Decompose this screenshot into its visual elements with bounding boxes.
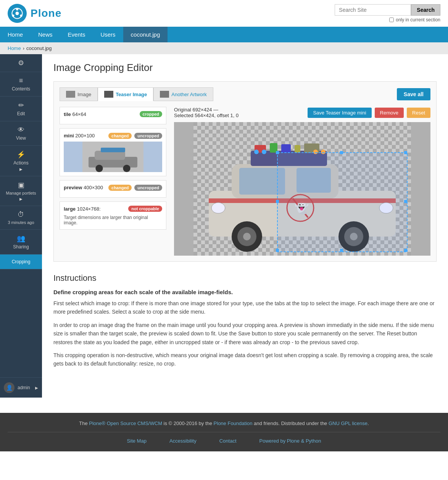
save-teaser-button[interactable]: Save Teaser Image mini	[308, 108, 371, 118]
svg-rect-10	[101, 148, 125, 152]
logo-text: Plone	[31, 7, 61, 19]
crop-selected-info: Selected 564×424, offset 1, 0	[174, 113, 239, 118]
crop-body: tile 64×64 cropped mini 200×100 changed …	[60, 107, 430, 256]
scale-large: large 1024×768: not croppable Target dim…	[60, 201, 166, 230]
scale-mini-preview	[64, 142, 162, 172]
tab-teaser-label: Teaser Image	[116, 92, 147, 97]
search-button[interactable]: Search	[411, 4, 440, 16]
search-section-checkbox[interactable]	[389, 18, 394, 22]
crop-info: Original 692×424 — Selected 564×424, off…	[174, 107, 239, 118]
scale-large-header: large 1024×768: not croppable	[64, 206, 162, 212]
sidebar-item-time[interactable]: ⏱ 3 minutes ago	[0, 206, 42, 230]
search-input[interactable]	[335, 4, 411, 16]
header: Plone Search only in current section	[0, 0, 448, 27]
scale-tile: tile 64×64 cropped	[60, 107, 166, 124]
scale-preview-uncropped-badge: uncropped	[134, 185, 162, 191]
svg-rect-46	[404, 249, 407, 252]
main-content: Image Cropping Editor Image Teaser Image…	[42, 54, 448, 398]
sidebar-item-contents[interactable]: ≡ Contents	[0, 72, 42, 97]
crop-original-info: Original 692×424 —	[174, 107, 239, 113]
sidebar-actions-label: Actions	[13, 160, 28, 166]
crop-actions-row: Original 692×424 — Selected 564×424, off…	[174, 107, 430, 118]
nav-news[interactable]: News	[31, 27, 60, 42]
sidebar-sharing-label: Sharing	[13, 244, 29, 250]
scale-preview-title: preview 400×300	[64, 185, 103, 190]
scale-tile-title: tile 64×64	[64, 111, 86, 117]
footer-sitemap-link[interactable]: Site Map	[127, 438, 147, 444]
search-section-row: only in current section	[389, 17, 440, 23]
footer: The Plone® Open Source CMS/WCM is © 2000…	[0, 413, 448, 451]
nav-users[interactable]: Users	[93, 27, 123, 42]
breadcrumb-home[interactable]: Home	[8, 45, 21, 51]
crop-editor: Image Teaser Image Another Artwork Save …	[53, 81, 437, 262]
scale-mini-changed-badge: changed	[108, 133, 132, 139]
remove-button[interactable]: Remove	[375, 108, 404, 118]
user-icon: 👤	[6, 385, 13, 391]
tab-image[interactable]: Image	[60, 87, 98, 101]
sidebar-item-cropping[interactable]: Cropping	[0, 254, 42, 269]
footer-text-end: and friends. Distributed under the	[253, 420, 329, 426]
footer-accessibility-link[interactable]: Accessibility	[169, 438, 197, 444]
sidebar-contents-label: Contents	[12, 86, 30, 92]
scale-tile-badge: cropped	[140, 111, 162, 117]
user-expand-icon: ▶	[35, 386, 38, 390]
save-all-button[interactable]: Save all	[397, 88, 430, 100]
svg-point-33	[262, 150, 266, 154]
footer-text-prefix: The	[79, 420, 89, 426]
footer-links: Site Map Accessibility Contact Powered b…	[8, 432, 440, 444]
footer-contact-link[interactable]: Contact	[219, 438, 237, 444]
sidebar-item-view[interactable]: 👁 View	[0, 121, 42, 146]
plone-logo-icon	[8, 4, 27, 23]
breadcrumb-current: coconut.jpg	[26, 45, 52, 51]
instructions-para-2: In order to crop an image drag the frame…	[53, 321, 437, 346]
manage-expand-icon: ▶	[19, 197, 23, 201]
footer-license-link[interactable]: GNU GPL license	[329, 420, 367, 426]
scale-mini: mini 200×100 changed uncropped	[60, 128, 166, 176]
sidebar-item-gear[interactable]: ⚙	[0, 54, 42, 72]
svg-rect-48	[340, 249, 343, 252]
svg-point-9	[123, 165, 130, 172]
tab-image-thumb	[66, 91, 75, 98]
sidebar-item-sharing[interactable]: 👥 Sharing	[0, 230, 42, 254]
user-name: admin	[18, 385, 30, 390]
crop-image: 👻	[174, 122, 430, 256]
sidebar-item-manage-portlets[interactable]: ▣ Manage portlets ▶	[0, 176, 42, 206]
svg-rect-49	[276, 200, 279, 203]
nav-coconut[interactable]: coconut.jpg	[123, 27, 168, 42]
page-title: Image Cropping Editor	[53, 62, 437, 74]
crop-canvas[interactable]: 👻	[174, 122, 430, 256]
main-nav: Home News Events Users coconut.jpg	[0, 27, 448, 42]
svg-rect-42	[277, 153, 407, 252]
tab-teaser-thumb	[104, 91, 113, 98]
svg-rect-47	[340, 151, 343, 154]
footer-powered-link[interactable]: Powered by Plone & Python	[259, 438, 321, 444]
tab-another-artwork[interactable]: Another Artwork	[153, 87, 213, 101]
sidebar-edit-label: Edit	[17, 111, 25, 116]
svg-point-4	[12, 14, 15, 17]
crop-left: tile 64×64 cropped mini 200×100 changed …	[60, 107, 166, 256]
sidebar-manage-label: Manage portlets	[6, 191, 36, 195]
sidebar-user[interactable]: 👤 admin ▶	[0, 377, 42, 398]
actions-expand-icon: ▶	[19, 167, 23, 171]
footer-period: .	[367, 420, 369, 426]
scale-large-info-text: Target dimensions are larger than origin…	[64, 215, 162, 226]
contents-icon: ≡	[19, 77, 23, 85]
svg-point-2	[16, 8, 18, 11]
nav-events[interactable]: Events	[60, 27, 93, 42]
tab-teaser-image[interactable]: Teaser Image	[98, 87, 153, 101]
footer-plone-link[interactable]: Plone® Open Source CMS/WCM	[89, 420, 162, 426]
tabs-row: Image Teaser Image Another Artwork Save …	[60, 87, 430, 101]
sidebar-item-edit[interactable]: ✏ Edit	[0, 97, 42, 121]
svg-point-22	[243, 233, 251, 240]
nav-home[interactable]: Home	[0, 27, 31, 42]
edit-icon: ✏	[18, 101, 24, 110]
scale-preview: preview 400×300 changed uncropped	[60, 180, 166, 198]
scale-mini-title: mini 200×100	[64, 133, 95, 139]
sidebar-item-actions[interactable]: ⚡ Actions ▶	[0, 146, 42, 176]
tab-artwork-thumb	[160, 91, 169, 98]
footer-foundation-link[interactable]: Plone Foundation	[214, 420, 253, 426]
user-avatar: 👤	[4, 382, 15, 393]
scale-preview-badges: changed uncropped	[108, 184, 162, 190]
svg-rect-50	[404, 200, 407, 203]
reset-button[interactable]: Reset	[407, 108, 430, 118]
